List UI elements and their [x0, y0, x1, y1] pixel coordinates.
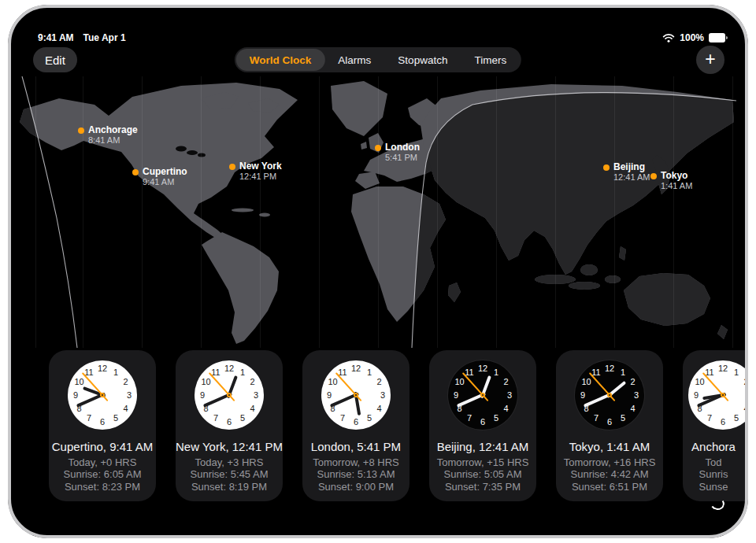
card-city-time: London, 5:41 PM — [302, 440, 410, 453]
clock-numeral: 3 — [127, 390, 132, 400]
ipad-screen: 9:41 AM Tue Apr 1 100% Edit World ClockA… — [8, 5, 748, 538]
clock-numeral: 4 — [250, 404, 254, 413]
clock-numeral: 5 — [240, 413, 245, 423]
card-day-offset: Tod — [683, 456, 744, 468]
card-info: Cupertino, 9:41 AMToday, +0 HRSSunrise: … — [49, 440, 156, 493]
clock-numeral: 12 — [224, 364, 234, 373]
world-clock-card-cupertino[interactable]: 123456789101112Cupertino, 9:41 AMToday, … — [49, 350, 156, 501]
tab-world-clock[interactable]: World Clock — [236, 49, 325, 71]
card-city-time: Beijing, 12:41 AM — [429, 440, 536, 453]
map-city-name: Cupertino — [143, 166, 187, 177]
clock-numeral: 7 — [467, 413, 472, 423]
clock-numeral: 4 — [123, 404, 128, 413]
battery-icon — [709, 33, 728, 42]
card-day-offset: Tomorrow, +15 HRS — [429, 456, 536, 468]
map-city-name: New York — [239, 161, 282, 172]
clock-numeral: 9 — [454, 390, 458, 400]
analog-clock: 123456789101112 — [448, 360, 517, 430]
card-info: Tokyo, 1:41 AMTomorrow, +16 HRSSunrise: … — [556, 440, 663, 493]
clock-numeral: 6 — [227, 417, 232, 427]
clock-numeral: 2 — [743, 377, 745, 386]
clock-numeral: 9 — [580, 390, 585, 400]
analog-clock: 123456789101112 — [688, 360, 745, 430]
add-clock-button[interactable]: + — [696, 46, 724, 74]
card-sunset: Sunset: 8:23 PM — [49, 481, 156, 493]
map-city-time: 9:41 AM — [143, 177, 174, 187]
world-clock-card-anchorage[interactable]: 123456789101112AnchoraTodSunrisSunse — [683, 350, 745, 501]
map-city-time: 1:41 AM — [661, 181, 692, 190]
clock-numeral: 12 — [718, 364, 728, 373]
clock-numeral: 4 — [503, 404, 508, 413]
plus-icon: + — [705, 50, 715, 68]
map-city-time: 5:41 PM — [385, 153, 417, 162]
clock-numeral: 6 — [721, 417, 725, 427]
clock-numeral: 5 — [494, 413, 498, 423]
card-info: London, 5:41 PMTomorrow, +8 HRSSunrise: … — [302, 440, 410, 493]
clock-numeral: 5 — [113, 413, 118, 423]
card-sunrise: Sunrise: 5:05 AM — [429, 468, 536, 480]
clock-numeral: 1 — [494, 368, 498, 377]
clock-numeral: 1 — [240, 368, 245, 377]
world-clock-card-beijing[interactable]: 123456789101112Beijing, 12:41 AMTomorrow… — [429, 350, 536, 501]
analog-clock: 123456789101112 — [68, 360, 137, 430]
map-city-time: 12:41 AM — [613, 172, 650, 182]
tab-alarms[interactable]: Alarms — [324, 49, 384, 71]
tab-timers[interactable]: Timers — [461, 49, 520, 71]
card-sunset: Sunset: 8:19 PM — [176, 481, 283, 493]
clock-numeral: 10 — [74, 377, 83, 386]
clock-numeral: 6 — [100, 417, 105, 427]
clock-numeral: 10 — [695, 377, 704, 386]
timezone-gridlines — [8, 76, 748, 348]
card-city-time: Cupertino, 9:41 AM — [49, 440, 156, 453]
card-sunrise: Sunrise: 5:45 AM — [176, 468, 283, 480]
wifi-icon — [662, 33, 675, 42]
city-dot-icon — [650, 173, 657, 179]
card-day-offset: Tomorrow, +8 HRS — [302, 456, 410, 468]
clock-center-hub — [100, 393, 105, 397]
card-info: AnchoraTodSunrisSunse — [683, 440, 744, 493]
city-dot-icon — [132, 169, 139, 175]
clock-numeral: 3 — [380, 390, 385, 400]
card-sunset: Sunset: 7:35 PM — [429, 481, 536, 493]
clock-numeral: 10 — [328, 377, 337, 386]
card-day-offset: Today, +3 HRS — [176, 456, 283, 468]
clock-numeral: 5 — [734, 413, 739, 423]
city-dot-icon — [229, 164, 235, 170]
card-info: New York, 12:41 PMToday, +3 HRSSunrise: … — [176, 440, 283, 493]
status-time: 9:41 AM — [38, 32, 74, 43]
analog-clock: 123456789101112 — [195, 360, 264, 430]
clock-numeral: 2 — [630, 377, 635, 386]
clock-numeral: 9 — [200, 390, 205, 400]
clock-numeral: 12 — [98, 364, 107, 373]
edit-button[interactable]: Edit — [33, 47, 77, 72]
clock-numeral: 2 — [376, 377, 381, 386]
clock-numeral: 12 — [478, 364, 487, 373]
map-city-time: 12:41 PM — [239, 172, 276, 181]
map-city-name: Anchorage — [88, 124, 138, 135]
card-sunrise: Sunris — [683, 468, 744, 480]
clock-numeral: 7 — [340, 413, 345, 423]
card-day-offset: Tomorrow, +16 HRS — [556, 456, 663, 468]
clock-center-hub — [227, 393, 232, 397]
clock-numeral: 6 — [354, 417, 358, 427]
world-clock-card-tokyo[interactable]: 123456789101112Tokyo, 1:41 AMTomorrow, +… — [556, 350, 663, 501]
clock-numeral: 10 — [454, 377, 464, 386]
clock-numeral: 3 — [507, 390, 512, 400]
clock-numeral: 7 — [594, 413, 598, 423]
status-date: Tue Apr 1 — [83, 32, 126, 43]
world-clock-card-london[interactable]: 123456789101112London, 5:41 PMTomorrow, … — [302, 350, 410, 501]
clock-numeral: 9 — [327, 390, 332, 400]
tab-stopwatch[interactable]: Stopwatch — [384, 49, 461, 71]
card-sunset: Sunse — [683, 481, 744, 493]
clock-numeral: 1 — [621, 368, 625, 377]
clock-numeral: 7 — [87, 413, 91, 423]
clock-numeral: 2 — [250, 377, 254, 386]
clock-numeral: 7 — [213, 413, 218, 423]
world-clock-card-new-york[interactable]: 123456789101112New York, 12:41 PMToday, … — [176, 350, 283, 501]
clock-numeral: 7 — [707, 413, 712, 423]
analog-clock: 123456789101112 — [575, 360, 644, 430]
clock-numeral: 6 — [480, 417, 485, 427]
world-map: Anchorage8:41 AMCupertino9:41 AMNew York… — [8, 76, 748, 348]
city-dot-icon — [78, 127, 84, 134]
clock-numeral: 12 — [605, 364, 614, 373]
